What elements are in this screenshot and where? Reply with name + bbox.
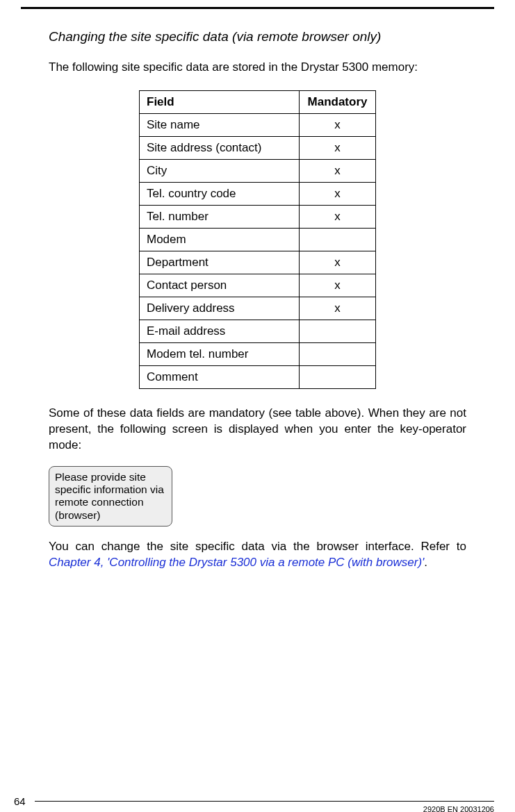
footer-rule	[35, 801, 494, 802]
cell-mandatory: x	[300, 183, 376, 206]
table-header-mandatory: Mandatory	[300, 91, 376, 114]
mandatory-paragraph: Some of these data fields are mandatory …	[49, 406, 466, 454]
table-header-field: Field	[140, 91, 300, 114]
cell-field: Contact person	[140, 274, 300, 297]
cell-mandatory: x	[300, 251, 376, 274]
table-row: Site address (contact)x	[140, 137, 376, 160]
intro-text: The following site specific data are sto…	[49, 60, 466, 75]
trailing-paragraph: You can change the site specific data vi…	[49, 539, 466, 571]
table-row: Tel. numberx	[140, 206, 376, 229]
cell-field: Site address (contact)	[140, 137, 300, 160]
table-row: Delivery addressx	[140, 297, 376, 320]
cell-field: Tel. number	[140, 206, 300, 229]
cross-reference-link[interactable]: Chapter 4, 'Controlling the Drystar 5300…	[49, 556, 424, 569]
cell-mandatory: x	[300, 114, 376, 137]
cell-field: City	[140, 160, 300, 183]
cell-mandatory: x	[300, 274, 376, 297]
cell-field: E-mail address	[140, 320, 300, 343]
table-row: Tel. country codex	[140, 183, 376, 206]
top-border-rule	[21, 7, 494, 9]
table-row: Contact personx	[140, 274, 376, 297]
table-row: Departmentx	[140, 251, 376, 274]
table-header-row: Field Mandatory	[140, 91, 376, 114]
table-row: Site namex	[140, 114, 376, 137]
cell-field: Modem tel. number	[140, 343, 300, 366]
cell-field: Modem	[140, 229, 300, 251]
cell-mandatory	[300, 320, 376, 343]
field-table: Field Mandatory Site namex Site address …	[139, 90, 376, 389]
trailing-text-post: .	[424, 556, 427, 569]
cell-mandatory: x	[300, 137, 376, 160]
cell-field: Tel. country code	[140, 183, 300, 206]
trailing-text-pre: You can change the site specific data vi…	[49, 540, 466, 553]
section-title: Changing the site specific data (via rem…	[49, 29, 466, 44]
cell-mandatory	[300, 343, 376, 366]
cell-mandatory: x	[300, 206, 376, 229]
page-content: Changing the site specific data (via rem…	[0, 0, 515, 571]
cell-field: Delivery address	[140, 297, 300, 320]
cell-mandatory: x	[300, 297, 376, 320]
cell-mandatory: x	[300, 160, 376, 183]
cell-mandatory	[300, 229, 376, 251]
screen-message-box: Please provide site specific information…	[49, 466, 172, 527]
document-id: 2920B EN 20031206	[423, 805, 494, 812]
table-row: Modem	[140, 229, 376, 251]
cell-field: Site name	[140, 114, 300, 137]
page-number: 64	[14, 795, 26, 807]
cell-field: Comment	[140, 366, 300, 389]
table-row: Comment	[140, 366, 376, 389]
table-row: Modem tel. number	[140, 343, 376, 366]
cell-mandatory	[300, 366, 376, 389]
table-row: E-mail address	[140, 320, 376, 343]
cell-field: Department	[140, 251, 300, 274]
table-row: Cityx	[140, 160, 376, 183]
